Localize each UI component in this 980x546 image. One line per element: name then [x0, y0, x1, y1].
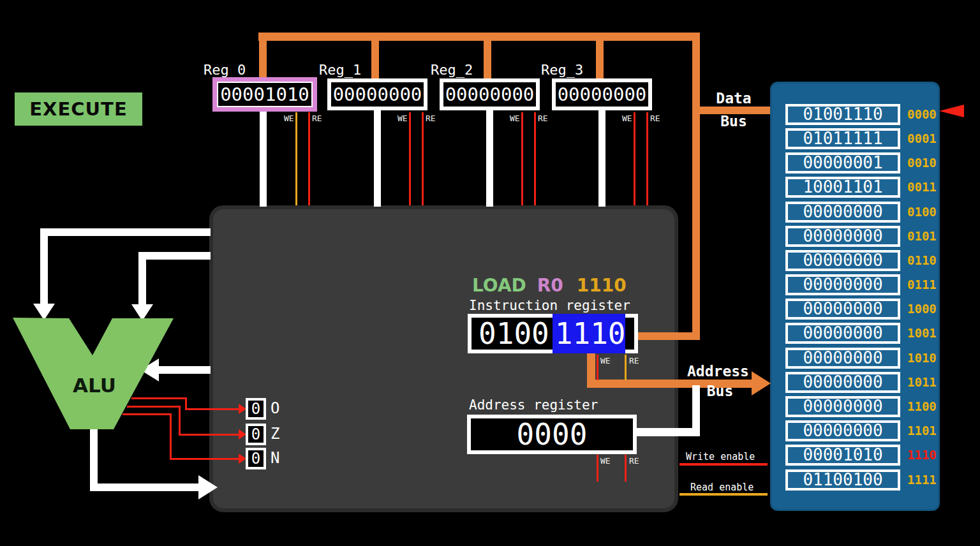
ar-we-label: WE — [600, 457, 611, 466]
alu-input-a-arrowhead — [33, 304, 55, 320]
reg1-box: 00000000 — [327, 78, 427, 110]
decoded-instruction: LOADR01110 — [472, 275, 627, 296]
write-enable-label: Write enable — [686, 452, 755, 462]
alu-output-arrowhead — [198, 475, 218, 499]
address-register-value: 0000 — [517, 417, 588, 452]
reg2-we-label: WE — [510, 114, 520, 123]
reg1-label: Reg_1 — [319, 63, 361, 78]
reg3-label: Reg_3 — [541, 63, 583, 78]
flag-n-label: N — [271, 450, 279, 466]
instruction-register-title: Instruction register — [469, 299, 630, 313]
data-bus-label-2: Bus — [713, 114, 754, 129]
phase-badge: EXECUTE — [15, 92, 142, 126]
ir-we-label: WE — [600, 357, 611, 365]
reg3-re-label: RE — [650, 114, 660, 123]
flag-o-label: O — [271, 400, 279, 417]
decoded-operand: 1110 — [577, 275, 627, 296]
reg0-box: 00001010 — [212, 77, 317, 112]
ir-re-label: RE — [629, 357, 639, 365]
address-bus-label-2: Bus — [687, 383, 753, 399]
ar-re-label: RE — [629, 457, 639, 466]
flag-z-label: Z — [271, 425, 279, 442]
cpu-simulator-diagram: 01001110 01011111 00000001 10001101 0000… — [0, 0, 980, 546]
reg0-re-label: RE — [312, 114, 322, 123]
memory-pointer-arrow — [939, 105, 964, 117]
flag-z-box: 0 — [246, 424, 266, 445]
reg2-box: 00000000 — [440, 78, 540, 110]
reg3-value: 00000000 — [558, 84, 647, 105]
address-register-box: 0000 — [467, 415, 637, 454]
address-register-title: Address register — [469, 398, 598, 412]
instruction-register-box: 0100 1110 — [468, 314, 638, 353]
read-enable-line — [679, 493, 768, 496]
address-bus-arrowhead — [752, 371, 771, 395]
reg0-we-label: WE — [284, 114, 294, 123]
address-bus-label-1: Address — [687, 364, 749, 380]
decoded-register: R0 — [537, 275, 563, 296]
instruction-opcode-bits: 0100 — [479, 316, 549, 351]
reg3-box: 00000000 — [552, 78, 652, 110]
decoded-opcode: LOAD — [472, 275, 526, 296]
reg3-we-label: WE — [622, 114, 632, 123]
data-bus-label-1: Data — [713, 91, 754, 107]
reg2-label: Reg_2 — [431, 63, 473, 78]
reg2-re-label: RE — [538, 114, 548, 123]
write-enable-line — [679, 463, 768, 466]
reg0-label: Reg_0 — [204, 63, 246, 78]
reg1-re-label: RE — [426, 114, 436, 123]
reg2-value: 00000000 — [445, 84, 535, 105]
flag-n-box: 0 — [246, 448, 266, 469]
reg0-value: 00001010 — [220, 84, 309, 105]
reg1-value: 00000000 — [333, 84, 422, 105]
read-enable-label: Read enable — [690, 482, 754, 492]
reg1-we-label: WE — [397, 114, 408, 123]
alu-label: ALU — [69, 374, 120, 397]
instruction-operand-bits: 1110 — [555, 316, 626, 351]
flag-o-box: 0 — [246, 398, 266, 420]
